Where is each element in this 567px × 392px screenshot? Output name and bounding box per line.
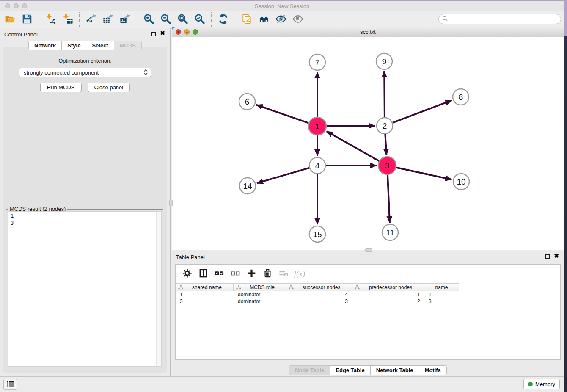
show-column-panel-button[interactable]: [195, 267, 211, 281]
create-column-button[interactable]: [243, 267, 259, 281]
memory-button[interactable]: Memory: [523, 379, 560, 389]
zoom-in-icon: [143, 14, 154, 26]
zoom-out-button[interactable]: [157, 12, 174, 27]
table-cell[interactable]: 3: [286, 298, 352, 304]
import-table-button[interactable]: [59, 12, 76, 27]
graph-edge-3-11[interactable]: [388, 175, 390, 223]
close-panel-button[interactable]: Close panel: [88, 83, 130, 92]
zoom-fit-content-button[interactable]: [174, 12, 191, 27]
minimize-window-button[interactable]: [14, 3, 19, 8]
table-cell[interactable]: 1: [424, 292, 459, 298]
function-builder-button[interactable]: f(x): [292, 267, 308, 281]
column-header-shared-name[interactable]: shared name: [176, 284, 234, 291]
selected-criterion: strongly connected component: [24, 69, 144, 76]
show-graphics-details-button[interactable]: [289, 12, 306, 27]
float-panel-icon[interactable]: [151, 32, 156, 36]
table-settings-button[interactable]: [179, 267, 195, 281]
frame-maximize-icon[interactable]: +: [193, 29, 198, 35]
mcds-result-text[interactable]: 13: [8, 211, 162, 367]
tab-style[interactable]: Style: [62, 41, 86, 50]
graph-node-15[interactable]: 15: [309, 226, 325, 242]
open-session-button[interactable]: [2, 12, 19, 27]
horizontal-splitter-handle[interactable]: [365, 248, 372, 252]
close-panel-icon[interactable]: ✖: [160, 30, 165, 36]
table-close-panel-icon[interactable]: ✖: [554, 252, 559, 259]
graph-node-14[interactable]: 14: [239, 178, 256, 194]
tab-mcds[interactable]: MCDS: [114, 41, 142, 50]
mcds-pane: Optimization criterion: strongly connect…: [3, 47, 167, 373]
delete-table-button[interactable]: [275, 267, 292, 281]
frame-close-icon[interactable]: ✕: [176, 29, 181, 35]
graph-edge-1-2[interactable]: [327, 126, 375, 126]
graph-node-3[interactable]: 3: [378, 157, 396, 174]
graph-node-1[interactable]: 1: [308, 117, 326, 135]
first-neighbors-button[interactable]: [256, 12, 272, 27]
graph-node-7[interactable]: 7: [309, 54, 325, 70]
search-box[interactable]: [438, 14, 561, 24]
graph-node-10[interactable]: 10: [453, 174, 469, 190]
import-network-button[interactable]: [42, 12, 59, 27]
select-all-columns-button[interactable]: [211, 267, 227, 281]
column-tree-icon: [178, 285, 183, 290]
zoom-selected-button[interactable]: [191, 12, 208, 27]
table-cell[interactable]: dominator: [234, 292, 286, 298]
tab-motifs[interactable]: Motifs: [419, 365, 447, 375]
frame-minimize-icon[interactable]: −: [184, 29, 190, 35]
graph-node-2[interactable]: 2: [377, 118, 393, 134]
graph-edge-3-10[interactable]: [396, 168, 452, 179]
maximize-window-button[interactable]: [22, 3, 27, 8]
run-mcds-button[interactable]: Run MCDS: [40, 83, 82, 92]
column-header-MCDS-role[interactable]: MCDS role: [234, 284, 286, 291]
export-table-button[interactable]: [100, 12, 117, 27]
table-cell[interactable]: 3: [176, 298, 234, 304]
table-cell[interactable]: 2: [352, 298, 424, 304]
network-canvas[interactable]: 7968124314101511: [172, 37, 564, 250]
column-header-successor-nodes[interactable]: successor nodes: [286, 284, 352, 291]
graph-edge-2-8[interactable]: [393, 100, 452, 123]
uncheck-all-icon: [231, 268, 240, 279]
export-network-button[interactable]: [83, 12, 100, 27]
graph-node-4[interactable]: 4: [309, 157, 325, 174]
close-window-button[interactable]: [5, 3, 10, 8]
graph-edge-4-14[interactable]: [257, 168, 309, 183]
export-image-button[interactable]: [117, 12, 134, 27]
hide-graphics-details-button[interactable]: [272, 12, 289, 27]
graph-node-6[interactable]: 6: [239, 94, 255, 110]
table-panel: Table Panel ✖ f(x) shared nameMCDS roles…: [172, 251, 564, 377]
show-panels-button[interactable]: [3, 379, 17, 390]
vertical-splitter-handle[interactable]: [169, 200, 173, 206]
network-graph[interactable]: 7968124314101511: [172, 37, 564, 250]
graph-edge-2-9[interactable]: [384, 71, 385, 117]
graph-edge-1-6[interactable]: [256, 105, 309, 123]
table-cell[interactable]: 1: [176, 292, 234, 298]
unselect-all-columns-button[interactable]: [227, 267, 243, 281]
result-scrollbar[interactable]: [156, 212, 161, 366]
tab-edge-table[interactable]: Edge Table: [330, 365, 370, 375]
delete-columns-button[interactable]: [259, 267, 275, 281]
search-input[interactable]: [450, 14, 557, 24]
table-cell[interactable]: 4: [286, 292, 352, 298]
tab-network-table[interactable]: Network Table: [371, 365, 419, 375]
graph-edge-3-1[interactable]: [327, 131, 379, 161]
graph-node-8[interactable]: 8: [453, 89, 469, 105]
table-float-panel-icon[interactable]: [545, 254, 550, 259]
save-session-button[interactable]: [19, 12, 36, 27]
column-header-name[interactable]: name: [424, 284, 459, 291]
table-row[interactable]: 3dominator323: [176, 298, 560, 305]
tab-select[interactable]: Select: [86, 41, 114, 50]
table-cell[interactable]: 1: [352, 292, 424, 298]
duplicate-network-button[interactable]: [239, 12, 256, 27]
column-header-predecessor-nodes[interactable]: predecessor nodes: [352, 284, 424, 291]
graph-node-9[interactable]: 9: [376, 53, 392, 69]
tab-node-table[interactable]: Node Table: [289, 365, 330, 375]
optimization-criterion-select[interactable]: strongly connected component: [19, 68, 151, 77]
graph-node-11[interactable]: 11: [382, 224, 398, 240]
tab-network[interactable]: Network: [28, 41, 62, 50]
table-cell[interactable]: 3: [424, 298, 459, 304]
zoom-in-button[interactable]: [140, 12, 157, 27]
network-frame-titlebar[interactable]: ✕ − + scc.txt: [172, 27, 564, 37]
apply-layout-button[interactable]: [215, 12, 232, 27]
table-row[interactable]: 1dominator411: [176, 291, 560, 298]
graph-edge-2-3[interactable]: [385, 134, 386, 155]
table-cell[interactable]: dominator: [234, 298, 286, 304]
